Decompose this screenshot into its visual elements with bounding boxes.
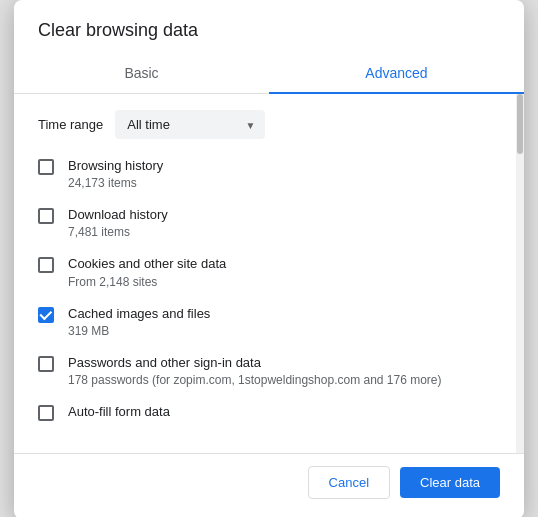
checkbox-icon[interactable] xyxy=(38,405,54,421)
checkbox-download-history[interactable] xyxy=(38,208,54,224)
list-item: Passwords and other sign-in data 178 pas… xyxy=(38,354,492,387)
checkbox-icon[interactable] xyxy=(38,356,54,372)
checkbox-cached[interactable] xyxy=(38,307,54,323)
item-text: Download history 7,481 items xyxy=(68,206,168,239)
checkbox-autofill[interactable] xyxy=(38,405,54,421)
checkbox-icon[interactable] xyxy=(38,257,54,273)
item-title: Auto-fill form data xyxy=(68,403,170,421)
tab-bar: Basic Advanced xyxy=(14,53,524,94)
item-title: Cached images and files xyxy=(68,305,210,323)
item-subtitle: 319 MB xyxy=(68,324,210,338)
item-title: Download history xyxy=(68,206,168,224)
list-item: Download history 7,481 items xyxy=(38,206,492,239)
item-text: Cached images and files 319 MB xyxy=(68,305,210,338)
item-title: Cookies and other site data xyxy=(68,255,226,273)
item-text: Auto-fill form data xyxy=(68,403,170,421)
time-range-row: Time range All time Last hour Last 24 ho… xyxy=(38,110,492,139)
clear-data-button[interactable]: Clear data xyxy=(400,467,500,498)
list-item: Auto-fill form data xyxy=(38,403,492,421)
item-title: Passwords and other sign-in data xyxy=(68,354,442,372)
item-subtitle: From 2,148 sites xyxy=(68,275,226,289)
cancel-button[interactable]: Cancel xyxy=(308,466,390,499)
item-text: Cookies and other site data From 2,148 s… xyxy=(68,255,226,288)
checkbox-passwords[interactable] xyxy=(38,356,54,372)
tab-basic[interactable]: Basic xyxy=(14,53,269,93)
checkbox-cookies[interactable] xyxy=(38,257,54,273)
item-text: Browsing history 24,173 items xyxy=(68,157,163,190)
item-subtitle: 178 passwords (for zopim.com, 1stopweldi… xyxy=(68,373,442,387)
list-item: Cached images and files 319 MB xyxy=(38,305,492,338)
item-text: Passwords and other sign-in data 178 pas… xyxy=(68,354,442,387)
checkbox-icon[interactable] xyxy=(38,159,54,175)
scrollbar-thumb[interactable] xyxy=(517,94,523,154)
time-range-select[interactable]: All time Last hour Last 24 hours Last 7 … xyxy=(115,110,265,139)
tab-advanced[interactable]: Advanced xyxy=(269,53,524,93)
scroll-area: Time range All time Last hour Last 24 ho… xyxy=(14,94,516,453)
scrollbar-track[interactable] xyxy=(516,94,524,453)
dialog-title: Clear browsing data xyxy=(14,0,524,53)
dialog-footer: Cancel Clear data xyxy=(14,453,524,517)
checkbox-icon[interactable] xyxy=(38,307,54,323)
list-item: Cookies and other site data From 2,148 s… xyxy=(38,255,492,288)
clear-browsing-data-dialog: Clear browsing data Basic Advanced Time … xyxy=(14,0,524,517)
list-item: Browsing history 24,173 items xyxy=(38,157,492,190)
time-range-label: Time range xyxy=(38,117,103,132)
time-range-select-wrapper[interactable]: All time Last hour Last 24 hours Last 7 … xyxy=(115,110,265,139)
content-area: Time range All time Last hour Last 24 ho… xyxy=(14,94,524,453)
checkbox-icon[interactable] xyxy=(38,208,54,224)
checkbox-browsing-history[interactable] xyxy=(38,159,54,175)
item-subtitle: 7,481 items xyxy=(68,225,168,239)
item-subtitle: 24,173 items xyxy=(68,176,163,190)
item-title: Browsing history xyxy=(68,157,163,175)
